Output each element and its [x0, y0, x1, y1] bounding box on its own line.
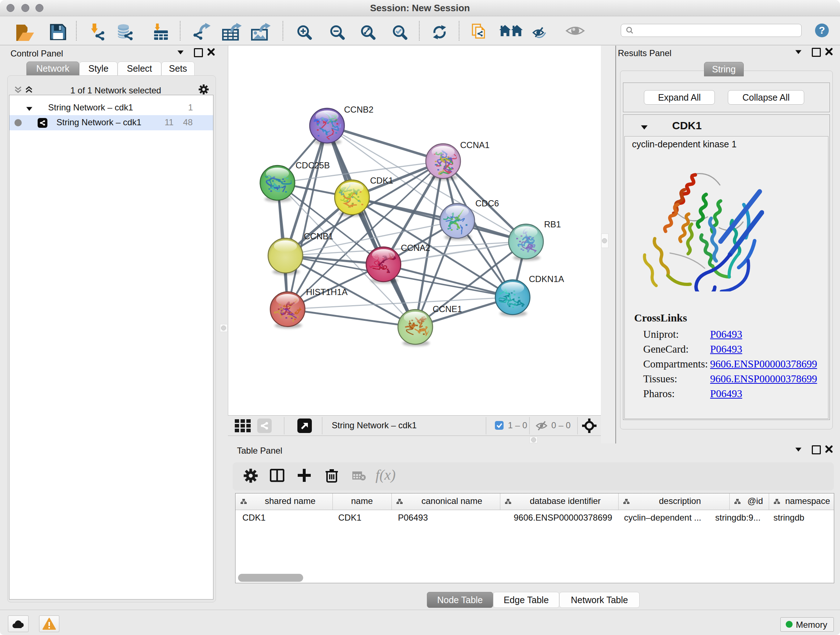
svg-text:CCNB1: CCNB1	[304, 231, 333, 241]
svg-text:RB1: RB1	[544, 219, 561, 229]
svg-text:CCNA2: CCNA2	[401, 243, 430, 253]
svg-text:?: ?	[819, 25, 825, 36]
svg-text:CDKN1A: CDKN1A	[529, 274, 564, 284]
svg-text:CCNA1: CCNA1	[460, 140, 489, 150]
svg-text:CDK1: CDK1	[370, 176, 393, 185]
svg-text:CDC6: CDC6	[475, 198, 499, 208]
svg-text:CDC25B: CDC25B	[295, 160, 330, 170]
svg-text:HIST1H1A: HIST1H1A	[306, 287, 347, 297]
svg-text:CCNE1: CCNE1	[433, 304, 462, 314]
svg-text:CCNB2: CCNB2	[344, 105, 373, 114]
